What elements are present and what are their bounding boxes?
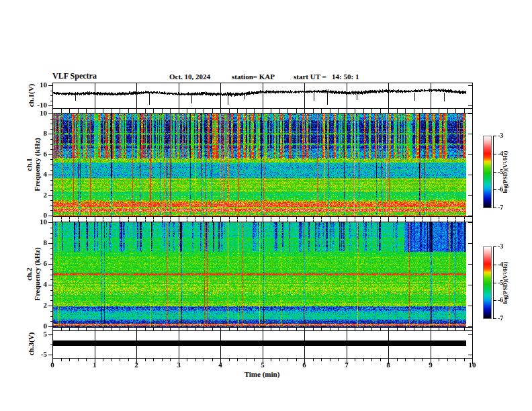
tick-mark [380,359,381,361]
tick-mark [279,328,280,330]
figure-title: VLF Spectra [52,71,97,81]
tick-mark [380,217,381,219]
tick-label: 10 [464,361,480,369]
tick-mark [61,359,62,361]
tick-label: 0 [44,361,60,369]
tick-mark [195,359,196,361]
tick-mark [472,217,473,220]
tick-mark [246,109,247,111]
tick-mark [204,328,204,330]
tick-mark [464,217,465,219]
tick-mark [145,109,146,111]
tick-mark [103,109,103,111]
tick-mark [380,109,381,111]
tick-mark [287,217,288,219]
tick-mark [212,359,213,361]
tick-mark [422,359,423,361]
tick-mark [338,328,339,330]
tick-mark [153,217,154,219]
tick-mark [220,109,221,112]
tick-mark [279,359,280,361]
tick-label: 8 [380,361,396,369]
tick-mark [187,359,187,361]
tick-mark [447,109,448,111]
tick-mark [179,217,179,220]
tick-mark [388,359,389,364]
colorbar2-label: log(PSD)(V²/Hz) [501,242,509,323]
vlf-spectra-figure: VLF Spectra Oct. 10, 2024 station= KAP s… [0,0,532,411]
tick-mark [145,217,146,219]
tick-mark [112,328,112,330]
tick-mark [120,359,120,361]
tick-mark [455,328,456,330]
tick-mark [204,217,204,219]
tick-mark [246,359,247,361]
ch1-waveform-canvas [53,83,466,108]
tick-mark [405,359,406,361]
tick-mark [405,328,406,330]
tick-mark [220,359,221,364]
tick-mark [493,318,496,319]
tick-mark [69,217,70,219]
tick-mark [287,328,288,330]
tick-mark [455,109,456,111]
tick-mark [187,109,187,111]
tick-mark [263,109,263,112]
tick-mark [279,109,280,111]
tick-mark [371,217,372,219]
tick-label: 1 [87,361,103,369]
tick-mark [112,359,112,361]
tick-mark [313,217,314,219]
tick-mark [246,328,247,330]
tick-mark [363,217,364,219]
tick-mark [296,109,297,111]
ch3-signal-bar [53,340,466,346]
tick-mark [204,109,204,111]
tick-mark [162,359,163,361]
tick-mark [95,217,95,220]
tick-mark [112,109,112,111]
tick-mark [397,328,398,330]
tick-mark [271,109,271,111]
tick-mark [493,189,496,190]
tick-mark [204,359,204,361]
tick-mark [136,217,137,220]
tick-mark [431,109,431,112]
tick-mark [493,208,496,208]
tick-mark [120,217,120,219]
tick-mark [78,359,79,361]
tick-mark [220,217,221,220]
tick-mark [321,328,322,330]
date-label: Oct. 10, 2024 [169,73,210,81]
tick-label: 4 [212,361,228,369]
station-label: station= KAP [232,73,275,81]
tick-mark [95,359,95,364]
tick-mark [380,328,381,330]
tick-mark [355,359,355,361]
tick-mark [52,217,53,220]
ch3-voltage-axis-label: ch.3(V) [26,290,36,398]
tick-mark [338,359,339,361]
tick-mark [414,328,414,330]
tick-mark [472,109,473,112]
time-axis-label: Time (min) [222,370,302,378]
tick-mark [287,109,288,111]
tick-mark [296,359,297,361]
tick-mark [120,109,120,111]
tick-mark [229,217,230,219]
tick-mark [229,359,230,361]
ch1-frequency-axis-label: ch.1 Frequency (kHz) [25,107,41,222]
tick-mark [347,109,347,112]
tick-mark [246,217,247,219]
tick-mark [313,359,314,361]
tick-mark [86,217,87,219]
tick-mark [397,359,398,361]
tick-mark [347,217,347,220]
tick-mark [431,359,431,364]
tick-mark [78,217,79,219]
tick-mark [187,217,187,219]
tick-mark [61,217,62,219]
tick-mark [95,109,95,112]
tick-mark [371,328,372,330]
tick-label: 9 [423,361,439,369]
